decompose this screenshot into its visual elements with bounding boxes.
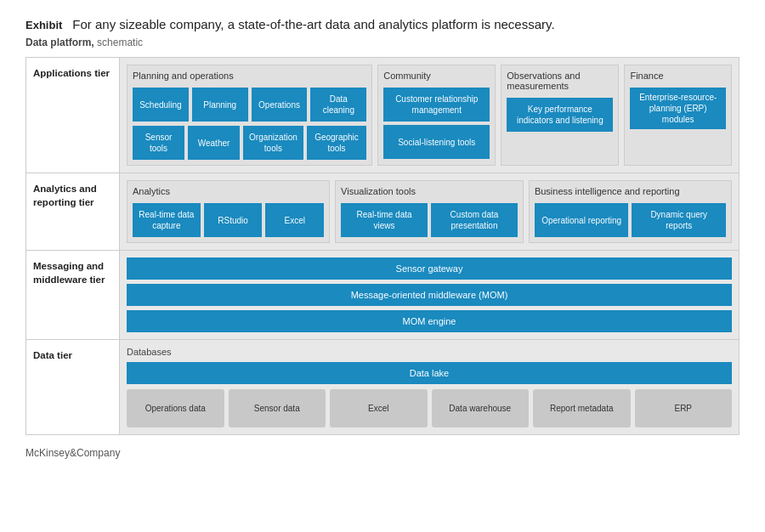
mom-engine-bar: MOM engine bbox=[127, 310, 732, 332]
databases-label: Databases bbox=[127, 347, 732, 357]
footer: McKinsey&Company bbox=[26, 447, 740, 459]
dynamic-query-box: Dynamic query reports bbox=[632, 203, 726, 237]
visualization-items: Real-time data views Custom data present… bbox=[341, 203, 518, 237]
data-tier-label: Data tier bbox=[26, 340, 120, 434]
rstudio-box: RStudio bbox=[204, 203, 263, 237]
subtitle-bold: Data platform, bbox=[26, 37, 94, 48]
erp-modules-box: Enterprise-resource-planning (ERP) modul… bbox=[630, 88, 726, 129]
data-bottom-row: Operations data Sensor data Excel Data w… bbox=[127, 389, 732, 427]
social-listening-box: Social-listening tools bbox=[383, 125, 490, 159]
organization-tools-box: Organization tools bbox=[243, 126, 303, 160]
data-lake-bar: Data lake bbox=[127, 362, 732, 384]
report-metadata-item: Report metadata bbox=[533, 389, 631, 427]
analytics-tier-label: Analytics and reporting tier bbox=[26, 173, 120, 250]
analytics-section-title: Analytics bbox=[133, 186, 324, 196]
operations-data-item: Operations data bbox=[127, 389, 224, 427]
analytics-tier-content: Analytics Real-time data capture RStudio… bbox=[120, 173, 739, 250]
planning-row2: Sensor tools Weather Organization tools … bbox=[133, 126, 366, 160]
realtime-views-box: Real-time data views bbox=[341, 203, 428, 237]
planning-section: Planning and operations Scheduling Plann… bbox=[127, 65, 372, 166]
operational-reporting-box: Operational reporting bbox=[535, 203, 629, 237]
analytics-items: Real-time data capture RStudio Excel bbox=[133, 203, 324, 237]
geographic-tools-box: Geographic tools bbox=[307, 126, 366, 160]
bi-section-title: Business intelligence and reporting bbox=[535, 186, 726, 196]
messaging-tier-content: Sensor gateway Message-oriented middlewa… bbox=[120, 251, 739, 339]
analytics-section: Analytics Real-time data capture RStudio… bbox=[127, 180, 330, 243]
planning-row1: Scheduling Planning Operations Data clea… bbox=[133, 88, 366, 122]
exhibit-label: Exhibit bbox=[26, 19, 62, 31]
finance-items: Enterprise-resource-planning (ERP) modul… bbox=[630, 88, 726, 129]
bi-items: Operational reporting Dynamic query repo… bbox=[535, 203, 726, 237]
sensor-gateway-bar: Sensor gateway bbox=[127, 258, 732, 280]
mom-bar: Message-oriented middleware (MOM) bbox=[127, 284, 732, 306]
planning-box: Planning bbox=[192, 88, 248, 122]
observations-section-title: Observations and measurements bbox=[507, 71, 613, 91]
data-tier-content: Databases Data lake Operations data Sens… bbox=[120, 340, 739, 434]
subtitle-light: schematic bbox=[97, 37, 143, 48]
weather-box: Weather bbox=[188, 126, 240, 160]
diagram: Applications tier Planning and operation… bbox=[26, 57, 740, 435]
analytics-tier-row: Analytics and reporting tier Analytics R… bbox=[26, 173, 739, 251]
data-cleaning-box: Data cleaning bbox=[310, 88, 366, 122]
realtime-capture-box: Real-time data capture bbox=[133, 203, 201, 237]
community-items: Customer relationship management Social-… bbox=[383, 88, 490, 159]
applications-tier-label: Applications tier bbox=[26, 58, 120, 173]
planning-section-title: Planning and operations bbox=[133, 71, 366, 81]
observations-items: Key performance indicators and listening bbox=[507, 98, 613, 132]
sensor-tools-box: Sensor tools bbox=[133, 126, 184, 160]
messaging-tier-row: Messaging and middleware tier Sensor gat… bbox=[26, 251, 739, 340]
sensor-data-item: Sensor data bbox=[229, 389, 326, 427]
scheduling-box: Scheduling bbox=[133, 88, 189, 122]
messaging-tier-label: Messaging and middleware tier bbox=[26, 251, 120, 339]
data-warehouse-item: Data warehouse bbox=[432, 389, 530, 427]
community-section: Community Customer relationship manageme… bbox=[377, 65, 496, 166]
bi-section: Business intelligence and reporting Oper… bbox=[529, 180, 732, 243]
community-section-title: Community bbox=[383, 71, 490, 81]
applications-tier-content: Planning and operations Scheduling Plann… bbox=[120, 58, 739, 173]
subtitle: Data platform, schematic bbox=[26, 37, 740, 48]
header-title: For any sizeable company, a state-of-the… bbox=[72, 17, 554, 31]
kpi-box: Key performance indicators and listening bbox=[507, 98, 613, 132]
applications-tier-row: Applications tier Planning and operation… bbox=[26, 58, 739, 173]
visualization-section: Visualization tools Real-time data views… bbox=[335, 180, 524, 243]
visualization-section-title: Visualization tools bbox=[341, 186, 518, 196]
finance-section-title: Finance bbox=[630, 71, 726, 81]
custom-presentation-box: Custom data presentation bbox=[431, 203, 518, 237]
erp-data-item: ERP bbox=[635, 389, 733, 427]
crm-box: Customer relationship management bbox=[383, 88, 490, 122]
excel-data-item: Excel bbox=[330, 389, 428, 427]
excel-analytics-box: Excel bbox=[265, 203, 324, 237]
data-tier-row: Data tier Databases Data lake Operations… bbox=[26, 340, 739, 434]
observations-section: Observations and measurements Key perfor… bbox=[501, 65, 619, 166]
operations-box: Operations bbox=[252, 88, 308, 122]
finance-section: Finance Enterprise-resource-planning (ER… bbox=[624, 65, 732, 166]
